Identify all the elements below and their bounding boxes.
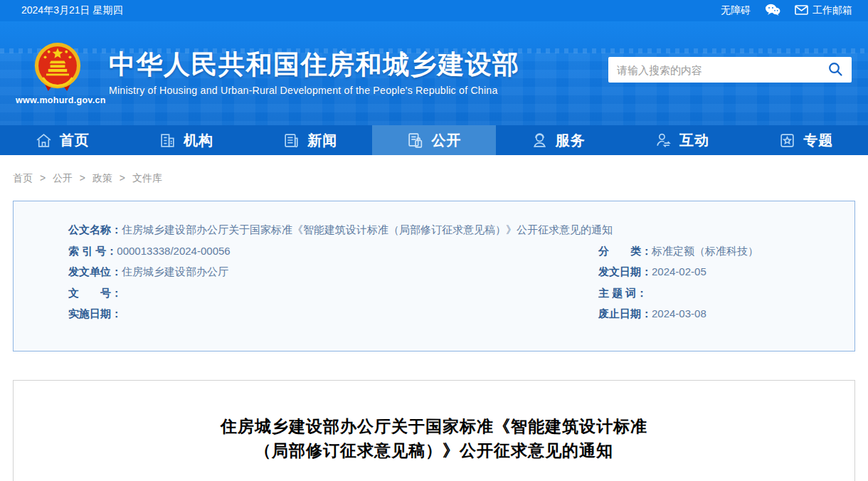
meta-label: 文 号： (68, 287, 122, 299)
envelope-icon (795, 5, 808, 17)
home-icon (35, 132, 53, 149)
breadcrumb-separator: > (80, 172, 85, 184)
nav-item-disclosure[interactable]: 公开 (372, 125, 496, 155)
meta-label: 实施日期： (68, 307, 122, 319)
nav-item-interaction[interactable]: 互动 (620, 125, 743, 155)
article-container: 住房城乡建设部办公厅关于国家标准《智能建筑设计标准 （局部修订征求意见稿）》公开… (13, 380, 855, 481)
site-search (608, 57, 852, 83)
organization-icon (159, 132, 176, 149)
current-date: 2024年3月21日 星期四 (21, 4, 122, 17)
meta-value: 000013338/2024-00056 (117, 245, 230, 257)
meta-value: 住房城乡建设部办公厅 (122, 265, 228, 278)
meta-label: 分 类： (598, 245, 652, 257)
top-utility-bar: 2024年3月21日 星期四 无障碍 工 (0, 0, 868, 21)
meta-label: 索 引 号： (68, 245, 117, 257)
breadcrumb: 首页 > 公开 > 政策 > 文件库 (0, 155, 868, 185)
topics-icon (778, 132, 796, 149)
nav-item-organization[interactable]: 机构 (124, 125, 248, 155)
article-title-line2: （局部修订征求意见稿）》公开征求意见的通知 (14, 438, 854, 462)
meta-value: 住房城乡建设部办公厅关于国家标准《智能建筑设计标准（局部修订征求意见稿）》公开征… (122, 223, 613, 236)
ministry-title: 中华人民共和国住房和城乡建设部 (109, 51, 520, 80)
meta-label: 发文单位： (68, 265, 122, 278)
meta-row-subject-words: 主 题 词： (598, 282, 854, 304)
china-national-emblem-icon (16, 41, 100, 94)
main-navigation: 首页 机构 新闻 公开 (0, 125, 868, 155)
meta-row-issue-date: 发文日期：2024-02-05 (598, 261, 854, 282)
search-input[interactable] (617, 64, 827, 76)
article-title: 住房城乡建设部办公厅关于国家标准《智能建筑设计标准 （局部修订征求意见稿）》公开… (14, 414, 854, 462)
breadcrumb-home[interactable]: 首页 (13, 172, 33, 184)
meta-label: 发文日期： (598, 265, 652, 278)
meta-row-doc-number: 文 号： (68, 282, 598, 304)
service-icon (531, 132, 549, 149)
meta-label: 公文名称： (68, 223, 122, 236)
site-logo[interactable]: www.mohurd.gov.cn (16, 41, 100, 105)
meta-row-doc-title: 公文名称：住房城乡建设部办公厅关于国家标准《智能建筑设计标准（局部修订征求意见稿… (14, 219, 854, 240)
wechat-icon (765, 4, 780, 18)
meta-row-implementation-date: 实施日期： (68, 303, 598, 324)
breadcrumb-separator: > (120, 172, 125, 184)
document-meta-panel: 公文名称：住房城乡建设部办公厅关于国家标准《智能建筑设计标准（局部修订征求意见稿… (13, 201, 855, 352)
nav-item-topics[interactable]: 专题 (744, 125, 868, 155)
search-button[interactable] (827, 61, 843, 79)
meta-label: 主 题 词： (598, 287, 647, 299)
article-title-line1: 住房城乡建设部办公厅关于国家标准《智能建筑设计标准 (14, 414, 854, 438)
magnifier-icon (827, 61, 843, 79)
meta-label: 废止日期： (598, 307, 652, 319)
nav-item-services[interactable]: 服务 (496, 125, 620, 155)
wechat-link[interactable] (765, 4, 780, 18)
work-mailbox-link[interactable]: 工作邮箱 (795, 4, 852, 17)
meta-row-issuing-unit: 发文单位：住房城乡建设部办公厅 (68, 261, 598, 282)
site-header-banner: www.mohurd.gov.cn 中华人民共和国住房和城乡建设部 Minist… (0, 21, 868, 125)
breadcrumb-disclosure[interactable]: 公开 (53, 172, 73, 184)
meta-row-category: 分 类：标准定额（标准科技） (598, 240, 854, 262)
news-icon (282, 132, 300, 149)
nav-item-home[interactable]: 首页 (0, 125, 124, 155)
ministry-title-english: Ministry of Housing and Urban-Rural Deve… (109, 85, 520, 96)
breadcrumb-current: 文件库 (132, 172, 162, 184)
meta-value: 标准定额（标准科技） (652, 245, 758, 257)
meta-value: 2024-02-05 (652, 265, 706, 278)
meta-row-abolition-date: 废止日期：2024-03-08 (598, 303, 854, 324)
accessibility-link[interactable]: 无障碍 (721, 4, 751, 17)
breadcrumb-separator: > (40, 172, 46, 184)
disclosure-icon (406, 132, 424, 149)
breadcrumb-policy[interactable]: 政策 (92, 172, 112, 184)
nav-item-news[interactable]: 新闻 (248, 125, 372, 155)
site-url: www.mohurd.gov.cn (16, 95, 100, 105)
interaction-icon (655, 132, 672, 149)
meta-value: 2024-03-08 (652, 307, 706, 319)
meta-row-index-number: 索 引 号：000013338/2024-00056 (68, 240, 598, 262)
